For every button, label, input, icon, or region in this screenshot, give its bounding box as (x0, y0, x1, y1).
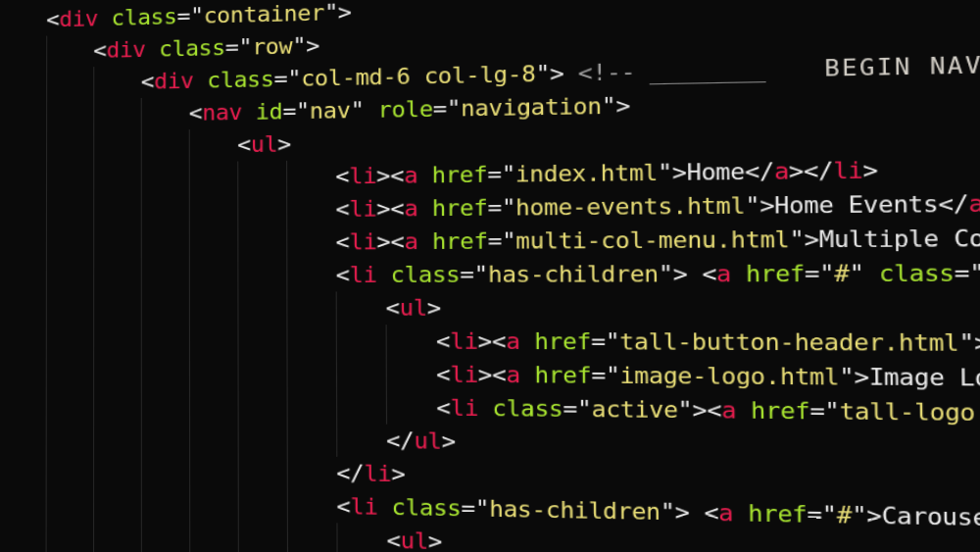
code-line: <ul> (0, 291, 980, 326)
code-line: <li class="has-children"> <a href="#" cl… (0, 256, 980, 292)
code-line: <li><a href="multi-col-menu.html">Multip… (0, 221, 980, 260)
code-line: <li><a href="tall-button-header.html">Ta… (0, 324, 980, 361)
code-editor: <div class="container"> <div class="row"… (0, 0, 980, 552)
